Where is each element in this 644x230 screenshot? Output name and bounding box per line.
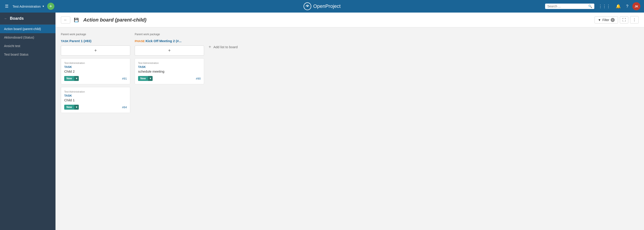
add-card-button-2[interactable]: + xyxy=(135,46,204,56)
app-logo: OpenProject xyxy=(304,2,340,10)
sidebar: ← Boards Action board (parent-child) Akt… xyxy=(0,13,56,230)
main-content: ← 💾 Action board (parent-child) ▼ Filter… xyxy=(56,13,644,230)
more-options-button[interactable]: ⋮ xyxy=(630,16,639,24)
column-header-2: Parent work package xyxy=(135,33,204,36)
status-badge-2-1[interactable]: New ▾ xyxy=(138,76,152,81)
board-column-1: Parent work package TASK Parent 1 (#83) … xyxy=(61,33,130,113)
nav-right-section: 🔍 ⋮⋮⋮ 🔔 ? JK xyxy=(545,2,640,10)
top-navigation: ☰ Test Administration ▼ + OpenProject 🔍 … xyxy=(0,0,644,13)
project-selector[interactable]: Test Administration ▼ xyxy=(12,5,44,8)
card-id-2-1: #90 xyxy=(196,77,201,80)
column-parent-name-2: Kick Off Meeting 2 (#... xyxy=(146,39,182,43)
column-type-label-1: TASK xyxy=(61,39,68,43)
board-back-button[interactable]: ← xyxy=(61,16,70,24)
column-parent-label-2: Parent work package xyxy=(135,33,160,36)
fullscreen-button[interactable]: ⛶ xyxy=(620,16,628,24)
card-id-1-1: #91 xyxy=(122,77,127,80)
card-id-1-2: #84 xyxy=(122,105,127,109)
status-dropdown-1-2[interactable]: ▾ xyxy=(74,105,79,110)
column-header-1: Parent work package xyxy=(61,33,130,36)
status-badge-1-2[interactable]: New ▾ xyxy=(64,105,79,110)
card-title-1-1: Child 2 xyxy=(64,69,127,73)
logo-text: OpenProject xyxy=(313,3,340,9)
sidebar-item-ansicht-test[interactable]: Ansicht test xyxy=(0,42,56,50)
logo-icon xyxy=(304,2,312,10)
hamburger-menu[interactable]: ☰ xyxy=(4,3,10,10)
sidebar-item-test-board-status[interactable]: Test board Status xyxy=(0,50,56,59)
search-box[interactable]: 🔍 xyxy=(545,4,594,9)
card-title-1-2: Child 1 xyxy=(64,98,127,102)
user-avatar[interactable]: JK xyxy=(632,2,640,10)
column-parent-name-1: Parent 1 (#83) xyxy=(69,39,91,43)
column-parent-label-1: Parent work package xyxy=(61,33,86,36)
card-type-1-1: TASK xyxy=(64,65,127,69)
status-label-1-1: New xyxy=(64,76,74,81)
new-project-button[interactable]: + xyxy=(47,3,54,10)
status-dropdown-2-1[interactable]: ▾ xyxy=(148,76,152,81)
card-title-2-1: schedule meeting xyxy=(138,69,201,73)
card-project-1-2: Test Administration xyxy=(64,90,127,93)
status-label-2-1: New xyxy=(138,76,148,81)
status-badge-1-1[interactable]: New ▾ xyxy=(64,76,79,81)
status-label-1-2: New xyxy=(64,105,74,110)
filter-icon: ▼ xyxy=(598,18,601,22)
board-header: ← 💾 Action board (parent-child) ▼ Filter… xyxy=(56,13,644,27)
board-header-actions: ▼ Filter 0 ⛶ ⋮ xyxy=(594,16,639,24)
help-icon[interactable]: ? xyxy=(625,3,630,10)
card-footer-1-1: New ▾ #91 xyxy=(64,76,127,81)
project-dropdown-arrow: ▼ xyxy=(42,5,44,8)
add-list-button[interactable]: + Add list to board xyxy=(208,33,238,50)
board-column-2: Parent work package PHASE Kick Off Meeti… xyxy=(135,33,204,84)
add-list-icon: + xyxy=(208,44,211,50)
search-icon: 🔍 xyxy=(588,5,592,8)
card-2-1: Test Administration TASK schedule meetin… xyxy=(135,58,204,84)
card-1-2: Test Administration TASK Child 1 New ▾ #… xyxy=(61,87,130,113)
modules-icon[interactable]: ⋮⋮⋮ xyxy=(597,3,612,10)
sidebar-nav: Action board (parent-child) Aktionsboard… xyxy=(0,25,56,59)
column-parent-2: PHASE Kick Off Meeting 2 (#... xyxy=(135,39,204,43)
notifications-icon[interactable]: 🔔 xyxy=(614,3,622,10)
card-type-1-2: TASK xyxy=(64,94,127,97)
filter-label: Filter xyxy=(602,18,609,22)
sidebar-item-aktionsboard[interactable]: Aktionsboard (Status) xyxy=(0,33,56,42)
add-list-label: Add list to board xyxy=(214,45,238,49)
board-columns: Parent work package TASK Parent 1 (#83) … xyxy=(56,27,644,230)
sidebar-header: ← Boards xyxy=(0,13,56,25)
filter-count-badge: 0 xyxy=(611,18,615,22)
card-footer-1-2: New ▾ #84 xyxy=(64,105,127,110)
svg-point-1 xyxy=(307,6,308,7)
card-footer-2-1: New ▾ #90 xyxy=(138,76,201,81)
status-dropdown-1-1[interactable]: ▾ xyxy=(74,76,79,81)
board-save-icon: 💾 xyxy=(74,18,79,22)
column-parent-1: TASK Parent 1 (#83) xyxy=(61,39,130,43)
sidebar-back-arrow[interactable]: ← xyxy=(4,17,8,21)
sidebar-item-action-board[interactable]: Action board (parent-child) xyxy=(0,25,56,33)
card-type-2-1: TASK xyxy=(138,65,201,69)
card-1-1: Test Administration TASK Child 2 New ▾ #… xyxy=(61,58,130,84)
card-project-2-1: Test Administration xyxy=(138,62,201,64)
board-title: Action board (parent-child) xyxy=(83,17,146,23)
search-input[interactable] xyxy=(547,5,587,8)
add-card-button-1[interactable]: + xyxy=(61,46,130,56)
card-project-1-1: Test Administration xyxy=(64,62,127,64)
filter-button[interactable]: ▼ Filter 0 xyxy=(594,16,618,24)
project-name: Test Administration xyxy=(12,5,41,8)
column-type-label-2: PHASE xyxy=(135,39,145,43)
main-layout: ← Boards Action board (parent-child) Akt… xyxy=(0,13,644,230)
sidebar-title: Boards xyxy=(10,16,24,21)
